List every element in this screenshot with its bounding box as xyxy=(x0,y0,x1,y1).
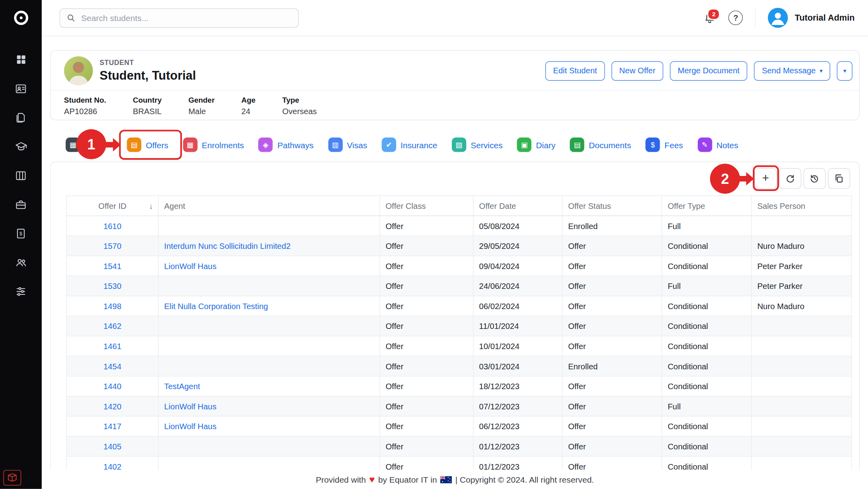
student-eyebrow: STUDENT xyxy=(100,59,196,67)
table-row: 1498 Elit Nulla Corporation Testing Offe… xyxy=(67,296,852,316)
cell-offer-id: 1405 xyxy=(67,436,158,457)
col-offer-class[interactable]: Offer Class xyxy=(380,196,473,216)
sidebar-item-courses[interactable] xyxy=(15,140,27,153)
cell-agent xyxy=(158,356,380,376)
offer-id-link[interactable]: 1610 xyxy=(103,222,121,230)
agent-link[interactable]: LionWolf Haus xyxy=(164,262,217,270)
help-button[interactable]: ? xyxy=(729,11,743,25)
col-offer-id[interactable]: Offer ID ↓ xyxy=(67,196,158,216)
search-input[interactable] xyxy=(80,13,291,23)
cell-agent xyxy=(158,276,380,296)
sidebar-item-reports[interactable] xyxy=(15,169,27,181)
sidebar-item-invoices[interactable]: $ xyxy=(15,227,27,239)
student-tabs: ▦ ▤ Offers ▦ Enrolments ◈ Pathways ▥ Vis… xyxy=(66,130,851,159)
cell-sales-person xyxy=(752,416,852,436)
footer-text-middle: by Equator IT in xyxy=(378,475,437,484)
tab-pathways[interactable]: ◈ Pathways xyxy=(259,138,314,152)
sidebar-item-agents[interactable] xyxy=(15,198,27,210)
col-sales-person[interactable]: Sales Person xyxy=(752,196,852,216)
merge-document-button[interactable]: Merge Document xyxy=(670,61,748,80)
agent-link[interactable]: TestAgent xyxy=(164,382,200,390)
offer-id-link[interactable]: 1541 xyxy=(103,262,121,270)
tab-enrolments[interactable]: ▦ Enrolments xyxy=(183,138,244,152)
new-offer-button[interactable]: New Offer xyxy=(611,61,663,80)
footer: Provided with ♥ by Equator IT in | Copyr… xyxy=(42,470,868,489)
user-menu[interactable]: Tutorial Admin xyxy=(755,8,855,28)
tab-diary[interactable]: ▣ Diary xyxy=(517,138,556,152)
table-row: 1610 Offer 05/08/2024 Enrolled Full xyxy=(67,216,852,236)
cell-offer-id: 1570 xyxy=(67,236,158,256)
offer-id-link[interactable]: 1402 xyxy=(103,462,121,471)
reports-icon xyxy=(15,170,27,181)
student-card: STUDENT Student, Tutorial Edit Student N… xyxy=(50,50,859,120)
edit-student-button[interactable]: Edit Student xyxy=(545,61,605,80)
heart-icon: ♥ xyxy=(369,475,375,484)
copy-button[interactable] xyxy=(828,168,850,189)
svg-text:$: $ xyxy=(19,231,22,236)
offer-id-link[interactable]: 1461 xyxy=(103,342,121,350)
cell-offer-type: Conditional xyxy=(662,236,751,256)
sidebar-item-users[interactable] xyxy=(15,256,27,268)
info-student-no: Student No. AP10286 xyxy=(64,96,106,116)
tab-visas[interactable]: ▥ Visas xyxy=(328,138,367,152)
cell-sales-person xyxy=(752,396,852,416)
cell-agent: TestAgent xyxy=(158,376,380,396)
laravel-debug-button[interactable] xyxy=(3,470,21,485)
offer-id-link[interactable]: 1405 xyxy=(103,442,121,451)
tab-services[interactable]: ▧ Services xyxy=(452,138,503,152)
send-message-button[interactable]: Send Message ▾ xyxy=(754,61,830,80)
tab-documents[interactable]: ▤ Documents xyxy=(570,138,631,152)
offer-id-link[interactable]: 1462 xyxy=(103,321,121,330)
documents-icon: ▤ xyxy=(570,138,584,152)
info-age: Age 24 xyxy=(241,96,255,116)
cell-offer-id: 1462 xyxy=(67,316,158,336)
offer-id-link[interactable]: 1570 xyxy=(103,241,121,250)
more-actions-button[interactable]: ▾ xyxy=(837,61,853,80)
refresh-button[interactable] xyxy=(779,168,801,189)
student-photo-image xyxy=(64,56,93,85)
cell-offer-date: 03/01/2024 xyxy=(473,356,562,376)
notifications-button[interactable]: 2 xyxy=(704,11,716,24)
agent-link[interactable]: LionWolf Haus xyxy=(164,422,217,430)
offer-id-link[interactable]: 1454 xyxy=(103,362,121,371)
offer-id-link[interactable]: 1417 xyxy=(103,422,121,430)
tab-insurance[interactable]: ✔ Insurance xyxy=(382,138,437,152)
pathways-icon: ◈ xyxy=(259,138,273,152)
cell-offer-id: 1541 xyxy=(67,256,158,276)
cell-agent: Elit Nulla Corporation Testing xyxy=(158,296,380,316)
person-icon xyxy=(768,8,788,28)
col-offer-date[interactable]: Offer Date xyxy=(473,196,562,216)
student-photo xyxy=(64,56,93,85)
cell-sales-person xyxy=(752,436,852,457)
cell-offer-type: Conditional xyxy=(662,436,751,457)
col-offer-status[interactable]: Offer Status xyxy=(562,196,662,216)
cell-offer-class: Offer xyxy=(380,316,473,336)
agent-link[interactable]: Interdum Nunc Sollicitudin Limited2 xyxy=(164,241,291,250)
sidebar-item-students[interactable] xyxy=(15,82,27,95)
col-offer-type[interactable]: Offer Type xyxy=(662,196,751,216)
tab-fees[interactable]: $ Fees xyxy=(645,138,683,152)
info-gender: Gender Male xyxy=(188,96,215,116)
table-row: 1461 Offer 10/01/2024 Offer Conditional xyxy=(67,336,852,356)
offer-id-link[interactable]: 1420 xyxy=(103,402,121,411)
tab-notes[interactable]: ✎ Notes xyxy=(697,138,738,152)
sidebar-item-applications[interactable] xyxy=(15,111,27,124)
cell-agent xyxy=(158,436,380,457)
cell-offer-class: Offer xyxy=(380,416,473,436)
offers-table: Offer ID ↓ Agent Offer Class Offer Date … xyxy=(66,195,852,477)
app-logo[interactable] xyxy=(0,0,42,36)
applications-icon xyxy=(15,112,27,124)
annotation-step-1: 1 xyxy=(76,129,107,159)
history-button[interactable] xyxy=(803,168,826,189)
col-agent[interactable]: Agent xyxy=(158,196,380,216)
cell-offer-status: Enrolled xyxy=(562,216,662,236)
sidebar-item-dashboard[interactable] xyxy=(15,53,27,66)
offer-id-link[interactable]: 1530 xyxy=(103,281,121,290)
offer-id-link[interactable]: 1440 xyxy=(103,382,121,390)
diary-icon: ▣ xyxy=(517,138,532,152)
agent-link[interactable]: Elit Nulla Corporation Testing xyxy=(164,302,268,310)
sidebar-item-settings[interactable] xyxy=(15,285,27,297)
offer-id-link[interactable]: 1498 xyxy=(103,302,121,310)
agent-link[interactable]: LionWolf Haus xyxy=(164,402,217,411)
insurance-icon: ✔ xyxy=(382,138,396,152)
